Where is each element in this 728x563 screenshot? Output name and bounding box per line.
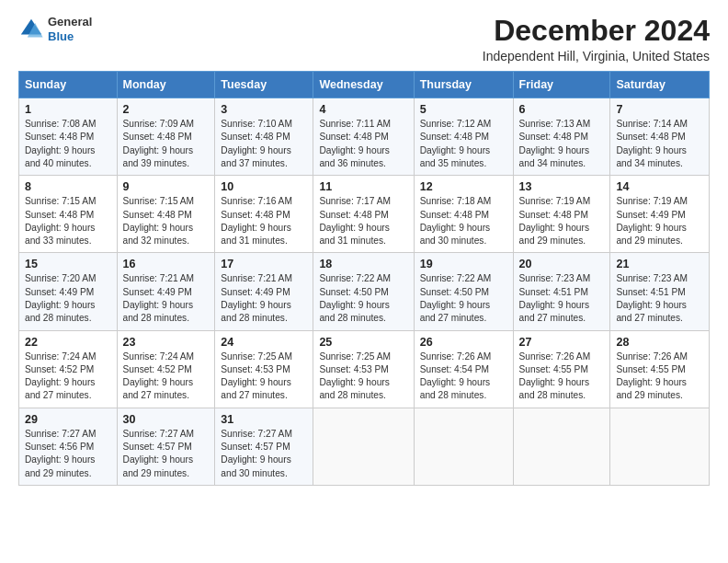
calendar-cell: 9Sunrise: 7:15 AM Sunset: 4:48 PM Daylig…: [117, 176, 215, 253]
calendar-table: SundayMondayTuesdayWednesdayThursdayFrid…: [18, 71, 710, 486]
day-details: Sunrise: 7:21 AM Sunset: 4:49 PM Dayligh…: [221, 272, 307, 325]
day-details: Sunrise: 7:26 AM Sunset: 4:54 PM Dayligh…: [420, 350, 507, 403]
calendar-cell: 2Sunrise: 7:09 AM Sunset: 4:48 PM Daylig…: [117, 98, 215, 176]
day-details: Sunrise: 7:26 AM Sunset: 4:55 PM Dayligh…: [519, 350, 605, 403]
logo-general-text: General: [48, 15, 92, 29]
day-number: 28: [616, 336, 703, 349]
calendar-cell: 24Sunrise: 7:25 AM Sunset: 4:53 PM Dayli…: [215, 330, 313, 408]
calendar-cell: 15Sunrise: 7:20 AM Sunset: 4:49 PM Dayli…: [19, 253, 118, 330]
calendar-cell: 8Sunrise: 7:15 AM Sunset: 4:48 PM Daylig…: [19, 176, 118, 253]
calendar-cell: 27Sunrise: 7:26 AM Sunset: 4:55 PM Dayli…: [513, 330, 610, 408]
day-number: 4: [319, 103, 407, 116]
day-details: Sunrise: 7:10 AM Sunset: 4:48 PM Dayligh…: [221, 118, 307, 170]
day-number: 23: [123, 336, 210, 349]
day-details: Sunrise: 7:15 AM Sunset: 4:48 PM Dayligh…: [25, 195, 111, 247]
day-number: 29: [25, 413, 111, 426]
day-number: 26: [420, 336, 507, 349]
logo: General Blue: [18, 15, 92, 43]
calendar-week-row: 8Sunrise: 7:15 AM Sunset: 4:48 PM Daylig…: [19, 176, 710, 253]
day-details: Sunrise: 7:16 AM Sunset: 4:48 PM Dayligh…: [221, 195, 307, 247]
day-details: Sunrise: 7:23 AM Sunset: 4:51 PM Dayligh…: [519, 272, 605, 325]
day-details: Sunrise: 7:08 AM Sunset: 4:48 PM Dayligh…: [25, 118, 111, 170]
day-details: Sunrise: 7:24 AM Sunset: 4:52 PM Dayligh…: [25, 350, 111, 403]
day-details: Sunrise: 7:20 AM Sunset: 4:49 PM Dayligh…: [25, 272, 111, 325]
day-number: 16: [123, 258, 210, 270]
weekday-header-row: SundayMondayTuesdayWednesdayThursdayFrid…: [19, 72, 710, 98]
calendar-cell: 3Sunrise: 7:10 AM Sunset: 4:48 PM Daylig…: [215, 98, 313, 176]
day-number: 20: [519, 258, 605, 270]
day-details: Sunrise: 7:24 AM Sunset: 4:52 PM Dayligh…: [123, 350, 210, 403]
page-header: General Blue December 2024 Independent H…: [18, 15, 710, 63]
calendar-cell: 20Sunrise: 7:23 AM Sunset: 4:51 PM Dayli…: [513, 253, 610, 330]
calendar-cell: 11Sunrise: 7:17 AM Sunset: 4:48 PM Dayli…: [313, 176, 414, 253]
calendar-cell: 22Sunrise: 7:24 AM Sunset: 4:52 PM Dayli…: [19, 330, 118, 408]
day-details: Sunrise: 7:15 AM Sunset: 4:48 PM Dayligh…: [123, 195, 210, 247]
day-number: 5: [420, 103, 507, 116]
calendar-cell: [414, 408, 513, 485]
day-number: 21: [616, 258, 703, 270]
day-details: Sunrise: 7:19 AM Sunset: 4:48 PM Dayligh…: [519, 195, 605, 247]
day-details: Sunrise: 7:27 AM Sunset: 4:57 PM Dayligh…: [221, 428, 307, 480]
day-details: Sunrise: 7:17 AM Sunset: 4:48 PM Dayligh…: [319, 195, 407, 247]
calendar-cell: 1Sunrise: 7:08 AM Sunset: 4:48 PM Daylig…: [19, 98, 118, 176]
calendar-week-row: 22Sunrise: 7:24 AM Sunset: 4:52 PM Dayli…: [19, 330, 710, 408]
weekday-header-sunday: Sunday: [19, 72, 118, 98]
day-details: Sunrise: 7:22 AM Sunset: 4:50 PM Dayligh…: [319, 272, 407, 325]
calendar-cell: 10Sunrise: 7:16 AM Sunset: 4:48 PM Dayli…: [215, 176, 313, 253]
weekday-header-thursday: Thursday: [414, 72, 513, 98]
title-area: December 2024 Independent Hill, Virginia…: [483, 15, 710, 63]
day-number: 27: [519, 336, 605, 349]
day-details: Sunrise: 7:26 AM Sunset: 4:55 PM Dayligh…: [616, 350, 703, 403]
calendar-cell: 21Sunrise: 7:23 AM Sunset: 4:51 PM Dayli…: [610, 253, 710, 330]
weekday-header-friday: Friday: [513, 72, 610, 98]
day-number: 22: [25, 336, 111, 349]
day-details: Sunrise: 7:22 AM Sunset: 4:50 PM Dayligh…: [420, 272, 507, 325]
calendar-cell: 23Sunrise: 7:24 AM Sunset: 4:52 PM Dayli…: [117, 330, 215, 408]
day-details: Sunrise: 7:27 AM Sunset: 4:57 PM Dayligh…: [123, 428, 210, 480]
calendar-cell: 16Sunrise: 7:21 AM Sunset: 4:49 PM Dayli…: [117, 253, 215, 330]
calendar-cell: 17Sunrise: 7:21 AM Sunset: 4:49 PM Dayli…: [215, 253, 313, 330]
calendar-cell: [513, 408, 610, 485]
calendar-cell: 31Sunrise: 7:27 AM Sunset: 4:57 PM Dayli…: [215, 408, 313, 485]
calendar-cell: 25Sunrise: 7:25 AM Sunset: 4:53 PM Dayli…: [313, 330, 414, 408]
day-number: 18: [319, 258, 407, 270]
day-number: 6: [519, 103, 605, 116]
day-number: 10: [221, 180, 307, 193]
day-number: 25: [319, 336, 407, 349]
calendar-cell: 12Sunrise: 7:18 AM Sunset: 4:48 PM Dayli…: [414, 176, 513, 253]
calendar-week-row: 29Sunrise: 7:27 AM Sunset: 4:56 PM Dayli…: [19, 408, 710, 485]
calendar-week-row: 1Sunrise: 7:08 AM Sunset: 4:48 PM Daylig…: [19, 98, 710, 176]
day-number: 7: [616, 103, 703, 116]
weekday-header-saturday: Saturday: [610, 72, 710, 98]
calendar-cell: [610, 408, 710, 485]
day-details: Sunrise: 7:21 AM Sunset: 4:49 PM Dayligh…: [123, 272, 210, 325]
day-number: 1: [25, 103, 111, 116]
calendar-cell: 13Sunrise: 7:19 AM Sunset: 4:48 PM Dayli…: [513, 176, 610, 253]
calendar-cell: 29Sunrise: 7:27 AM Sunset: 4:56 PM Dayli…: [19, 408, 118, 485]
calendar-cell: 5Sunrise: 7:12 AM Sunset: 4:48 PM Daylig…: [414, 98, 513, 176]
calendar-cell: 19Sunrise: 7:22 AM Sunset: 4:50 PM Dayli…: [414, 253, 513, 330]
day-number: 11: [319, 180, 407, 193]
calendar-cell: 7Sunrise: 7:14 AM Sunset: 4:48 PM Daylig…: [610, 98, 710, 176]
day-number: 24: [221, 336, 307, 349]
calendar-cell: 14Sunrise: 7:19 AM Sunset: 4:49 PM Dayli…: [610, 176, 710, 253]
calendar-cell: [313, 408, 414, 485]
day-details: Sunrise: 7:11 AM Sunset: 4:48 PM Dayligh…: [319, 118, 407, 170]
day-number: 8: [25, 180, 111, 193]
day-details: Sunrise: 7:25 AM Sunset: 4:53 PM Dayligh…: [319, 350, 407, 403]
day-number: 17: [221, 258, 307, 270]
day-details: Sunrise: 7:13 AM Sunset: 4:48 PM Dayligh…: [519, 118, 605, 170]
day-number: 14: [616, 180, 703, 193]
logo-icon: [18, 17, 44, 42]
day-number: 2: [123, 103, 210, 116]
day-details: Sunrise: 7:12 AM Sunset: 4:48 PM Dayligh…: [420, 118, 507, 170]
calendar-cell: 26Sunrise: 7:26 AM Sunset: 4:54 PM Dayli…: [414, 330, 513, 408]
day-details: Sunrise: 7:19 AM Sunset: 4:49 PM Dayligh…: [616, 195, 703, 247]
day-details: Sunrise: 7:25 AM Sunset: 4:53 PM Dayligh…: [221, 350, 307, 403]
day-number: 12: [420, 180, 507, 193]
day-number: 19: [420, 258, 507, 270]
day-details: Sunrise: 7:09 AM Sunset: 4:48 PM Dayligh…: [123, 118, 210, 170]
day-number: 13: [519, 180, 605, 193]
day-number: 15: [25, 258, 111, 270]
day-number: 9: [123, 180, 210, 193]
